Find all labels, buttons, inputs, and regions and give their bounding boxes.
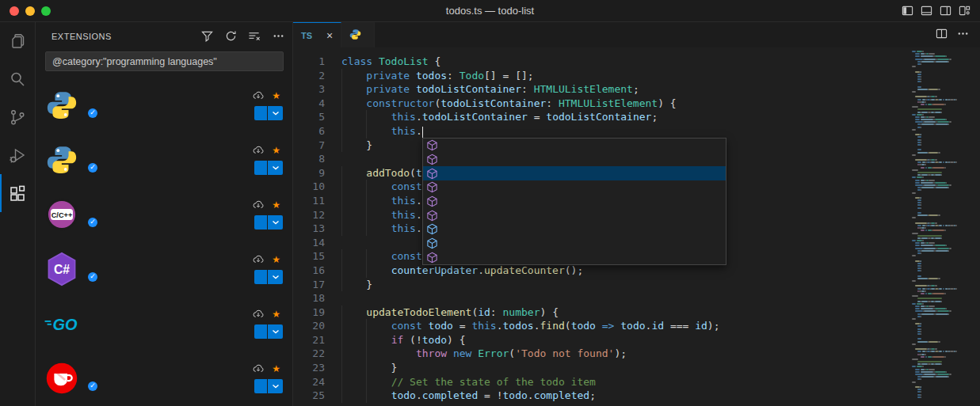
- code-line-4[interactable]: 4 constructor(todoListContainer: HTMLULi…: [293, 97, 907, 111]
- suggest-item-removeTodos[interactable]: [423, 180, 726, 195]
- install-dropdown-chevron-icon[interactable]: [268, 161, 283, 175]
- install-button[interactable]: [254, 270, 267, 284]
- svg-text:C/C++: C/C++: [51, 211, 73, 218]
- install-dropdown-chevron-icon[interactable]: [268, 324, 283, 339]
- line-number: 7: [293, 138, 325, 153]
- suggest-item-saveTodos[interactable]: [423, 208, 726, 222]
- editor-more-actions-icon[interactable]: [957, 28, 969, 43]
- python-extension-icon: [44, 142, 80, 178]
- star-icon: ★: [272, 199, 280, 211]
- suggest-item-todoListContainer[interactable]: [423, 222, 726, 237]
- more-actions-icon[interactable]: [270, 28, 286, 44]
- extension-row[interactable]: C/C++★✓: [36, 187, 292, 241]
- install-button[interactable]: [254, 161, 267, 175]
- tab-todos.ts[interactable]: TS×: [293, 22, 341, 47]
- java-extension-icon: [44, 360, 80, 397]
- line-number: 1: [293, 55, 325, 69]
- verified-publisher-icon: ✓: [88, 218, 97, 227]
- activity-source-control-icon[interactable]: [0, 98, 35, 136]
- extension-row[interactable]: C#★✓: [36, 241, 292, 296]
- code-line-1[interactable]: 1class TodoList {: [293, 55, 907, 69]
- code-line-20[interactable]: 20 const todo = this.todos.find(todo => …: [293, 319, 907, 333]
- zoom-window-button[interactable]: [41, 6, 51, 16]
- activity-search-icon[interactable]: [0, 60, 35, 98]
- python-file-icon: [349, 28, 361, 43]
- customize-layout-icon[interactable]: [959, 5, 970, 17]
- line-number: 12: [293, 208, 325, 222]
- code-line-21[interactable]: 21 if (!todo) {: [293, 333, 907, 347]
- text-cursor: [422, 127, 424, 138]
- code-line-19[interactable]: 19 updateTodoElement(id: number) {: [293, 305, 907, 320]
- sidebar-header: EXTENSIONS: [36, 22, 292, 50]
- code-line-18[interactable]: 18: [293, 291, 907, 305]
- suggest-item-createTodoElement[interactable]: [423, 153, 726, 167]
- line-number: 13: [293, 222, 325, 236]
- star-icon: ★: [272, 145, 280, 156]
- tab-bar: TS×: [293, 22, 980, 47]
- extension-row[interactable]: GO★: [36, 296, 292, 351]
- window-controls: [0, 6, 51, 16]
- code-line-22[interactable]: 22 throw new Error('Todo not found');: [293, 347, 907, 361]
- verified-publisher-icon: ✓: [88, 163, 97, 173]
- clear-search-results-icon[interactable]: [246, 28, 262, 44]
- symbol-method-icon: [425, 154, 439, 165]
- extensions-search-input[interactable]: [45, 51, 284, 71]
- install-dropdown-chevron-icon[interactable]: [268, 379, 283, 393]
- install-dropdown-chevron-icon[interactable]: [268, 215, 283, 230]
- close-window-button[interactable]: [10, 6, 19, 16]
- install-button[interactable]: [254, 324, 267, 339]
- install-button[interactable]: [254, 379, 267, 393]
- line-number: 24: [293, 375, 325, 389]
- extension-row[interactable]: ★✓: [36, 78, 292, 132]
- download-count-icon: [253, 254, 264, 265]
- verified-publisher-icon: ✓: [88, 272, 97, 282]
- symbol-method-icon: [425, 181, 439, 193]
- suggest-item-loadTodos[interactable]: [423, 166, 726, 180]
- symbol-method-icon: [425, 168, 439, 180]
- download-count-icon: [253, 363, 264, 374]
- line-number: 23: [293, 361, 325, 375]
- code-line-2[interactable]: 2 private todos: Todo[] = [];: [293, 69, 907, 83]
- filter-icon[interactable]: [199, 28, 215, 44]
- suggest-item-addTodo[interactable]: [423, 138, 726, 153]
- toggle-secondary-sidebar-icon[interactable]: [940, 5, 951, 17]
- suggest-item-renderTodo[interactable]: [423, 195, 726, 209]
- tab-app.py[interactable]: [341, 22, 375, 47]
- extension-row[interactable]: ★✓: [36, 351, 292, 405]
- extension-row[interactable]: ★✓: [36, 132, 292, 187]
- code-line-25[interactable]: 25 todo.completed = !todo.completed;: [293, 389, 907, 403]
- install-button[interactable]: [254, 106, 267, 120]
- split-editor-icon[interactable]: [936, 28, 948, 43]
- line-number: 9: [293, 166, 325, 180]
- suggest-item-updateTodoElement[interactable]: [423, 251, 726, 265]
- star-icon: ★: [272, 363, 280, 374]
- install-button[interactable]: [254, 215, 267, 230]
- minimize-window-button[interactable]: [25, 6, 35, 16]
- activity-extensions-icon[interactable]: [0, 174, 35, 212]
- code-line-23[interactable]: 23 }: [293, 361, 907, 375]
- install-dropdown-chevron-icon[interactable]: [268, 270, 283, 284]
- code-line-6[interactable]: 6 this.: [293, 124, 907, 138]
- line-number: 2: [293, 69, 325, 83]
- star-icon: ★: [272, 309, 280, 320]
- code-line-24[interactable]: 24 // Set the state of the todo item: [293, 375, 907, 389]
- toggle-primary-sidebar-icon[interactable]: [902, 5, 913, 17]
- refresh-icon[interactable]: [223, 28, 238, 44]
- line-number: 14: [293, 236, 325, 250]
- line-number: 20: [293, 319, 325, 333]
- activity-run-debug-icon[interactable]: [0, 136, 35, 174]
- toggle-panel-icon[interactable]: [921, 5, 932, 17]
- code-line-16[interactable]: 16 counterUpdater.updateCounter();: [293, 264, 907, 278]
- install-dropdown-chevron-icon[interactable]: [268, 106, 283, 120]
- minimap[interactable]: [907, 47, 980, 406]
- symbol-field-icon: [425, 223, 439, 235]
- suggest-item-todos[interactable]: [423, 237, 726, 251]
- code-line-5[interactable]: 5 this.todoListContainer = todoListConta…: [293, 110, 907, 124]
- code-line-3[interactable]: 3 private todoListContainer: HTMLUListEl…: [293, 82, 907, 97]
- close-tab-icon[interactable]: ×: [326, 29, 333, 42]
- code-line-17[interactable]: 17 }: [293, 278, 907, 292]
- sidebar-title: EXTENSIONS: [51, 32, 112, 41]
- activity-explorer-icon[interactable]: [0, 22, 35, 60]
- code-editor[interactable]: 1class TodoList {2 private todos: Todo[]…: [293, 47, 980, 406]
- line-number: 4: [293, 97, 325, 111]
